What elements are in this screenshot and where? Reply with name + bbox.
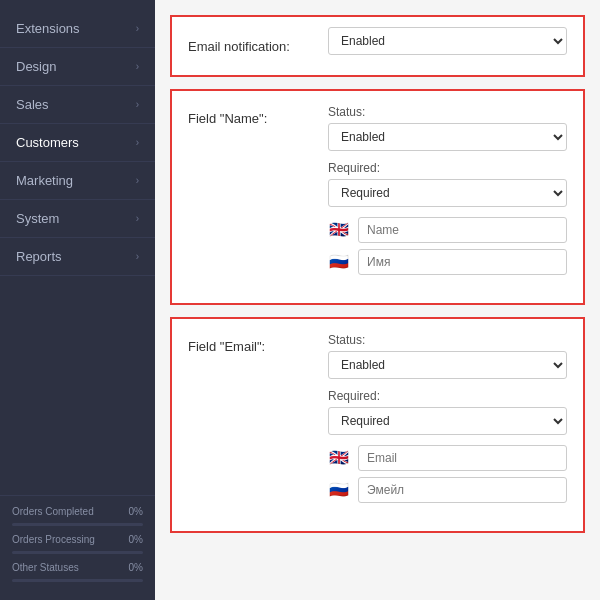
chevron-right-icon: › [136, 175, 139, 186]
field-email-required-select[interactable]: Required Optional [328, 407, 567, 435]
stat-label: Orders Completed [12, 506, 94, 517]
chevron-right-icon: › [136, 99, 139, 110]
field-email-en-input[interactable] [358, 445, 567, 471]
sidebar-item-label: Sales [16, 97, 49, 112]
chevron-right-icon: › [136, 61, 139, 72]
field-name-controls: Status: Enabled Disabled Required: Requi… [328, 105, 567, 281]
field-name-en-row: 🇬🇧 [328, 217, 567, 243]
sidebar: Extensions › Design › Sales › Customers … [0, 0, 155, 600]
email-notification-label: Email notification: [188, 39, 328, 54]
sidebar-item-label: System [16, 211, 59, 226]
main-content: Email notification: Enabled Disabled 1 F… [155, 0, 600, 600]
field-name-section: Field "Name": Status: Enabled Disabled R… [170, 89, 585, 305]
field-email-en-row: 🇬🇧 [328, 445, 567, 471]
status-label: Status: [328, 105, 567, 119]
chevron-right-icon: › [136, 23, 139, 34]
field-email-label: Field "Email": [188, 333, 328, 354]
field-email-row: Field "Email": Status: Enabled Disabled … [188, 333, 567, 509]
stat-bar-processing-bg [12, 551, 143, 554]
stat-bar-other-bg [12, 579, 143, 582]
flag-ru-icon: 🇷🇺 [328, 255, 350, 270]
chevron-right-icon: › [136, 213, 139, 224]
sidebar-item-system[interactable]: System › [0, 200, 155, 238]
email-notification-select[interactable]: Enabled Disabled [328, 27, 567, 55]
sidebar-item-sales[interactable]: Sales › [0, 86, 155, 124]
field-email-status-select[interactable]: Enabled Disabled [328, 351, 567, 379]
field-email-ru-row: 🇷🇺 [328, 477, 567, 503]
chevron-right-icon: › [136, 137, 139, 148]
stat-row-completed: Orders Completed 0% [12, 506, 143, 517]
stat-value: 0% [129, 506, 143, 517]
stat-value: 0% [129, 534, 143, 545]
flag-en-icon: 🇬🇧 [328, 223, 350, 238]
flag-ru-icon: 🇷🇺 [328, 483, 350, 498]
field-name-required-select[interactable]: Required Optional [328, 179, 567, 207]
stat-row-other: Other Statuses 0% [12, 562, 143, 573]
field-name-row: Field "Name": Status: Enabled Disabled R… [188, 105, 567, 281]
sidebar-item-marketing[interactable]: Marketing › [0, 162, 155, 200]
sidebar-stats: Orders Completed 0% Orders Processing 0%… [0, 495, 155, 600]
stat-row-processing: Orders Processing 0% [12, 534, 143, 545]
flag-en-icon: 🇬🇧 [328, 451, 350, 466]
sidebar-item-label: Design [16, 59, 56, 74]
field-name-en-input[interactable] [358, 217, 567, 243]
sidebar-item-reports[interactable]: Reports › [0, 238, 155, 276]
field-email-ru-input[interactable] [358, 477, 567, 503]
required-label: Required: [328, 161, 567, 175]
email-required-label: Required: [328, 389, 567, 403]
email-notification-controls: Enabled Disabled [328, 27, 567, 65]
sidebar-item-extensions[interactable]: Extensions › [0, 10, 155, 48]
email-status-label: Status: [328, 333, 567, 347]
sidebar-item-label: Customers [16, 135, 79, 150]
sidebar-item-label: Extensions [16, 21, 80, 36]
field-email-controls: Status: Enabled Disabled Required: Requi… [328, 333, 567, 509]
stat-bar-completed-bg [12, 523, 143, 526]
sidebar-item-customers[interactable]: Customers › [0, 124, 155, 162]
sidebar-nav: Extensions › Design › Sales › Customers … [0, 10, 155, 495]
sidebar-item-design[interactable]: Design › [0, 48, 155, 86]
field-name-ru-row: 🇷🇺 [328, 249, 567, 275]
sidebar-item-label: Marketing [16, 173, 73, 188]
field-name-status-select[interactable]: Enabled Disabled [328, 123, 567, 151]
sidebar-item-label: Reports [16, 249, 62, 264]
stat-label: Orders Processing [12, 534, 95, 545]
chevron-right-icon: › [136, 251, 139, 262]
field-email-section: Field "Email": Status: Enabled Disabled … [170, 317, 585, 533]
field-name-label: Field "Name": [188, 105, 328, 126]
stat-label: Other Statuses [12, 562, 79, 573]
stat-value: 0% [129, 562, 143, 573]
email-notification-section: Email notification: Enabled Disabled 1 [170, 15, 585, 77]
field-name-ru-input[interactable] [358, 249, 567, 275]
